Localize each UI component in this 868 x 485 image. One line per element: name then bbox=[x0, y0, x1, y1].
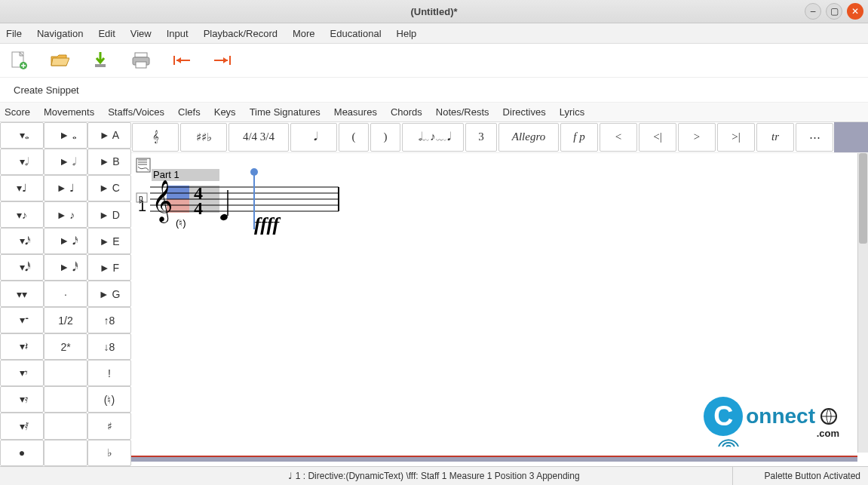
new-file-icon[interactable] bbox=[9, 51, 29, 70]
svg-point-26 bbox=[219, 213, 229, 221]
palette-btn[interactable]: ► ♩ bbox=[44, 175, 87, 201]
print-icon[interactable] bbox=[131, 51, 151, 70]
tool-button-10[interactable]: < bbox=[600, 123, 637, 152]
palette-btn[interactable]: ► D bbox=[87, 201, 131, 228]
palette-btn[interactable]: ► E bbox=[87, 228, 131, 254]
palette-btn[interactable] bbox=[44, 413, 87, 439]
create-snippet-button[interactable]: Create Snippet bbox=[14, 84, 79, 96]
tool-button-2[interactable]: 4/4 3/4 bbox=[229, 123, 289, 152]
palette-btn[interactable]: ! bbox=[87, 360, 131, 386]
tab-lyrics[interactable]: Lyrics bbox=[560, 106, 584, 118]
tool-button-7[interactable]: 3 bbox=[465, 123, 497, 152]
palette-btn[interactable]: ▾𝄾 bbox=[0, 360, 44, 386]
tool-button-11[interactable]: <| bbox=[639, 123, 676, 152]
menu-edit[interactable]: Edit bbox=[98, 28, 115, 39]
horizontal-scrollbar[interactable] bbox=[131, 457, 857, 462]
palette-btn[interactable]: · bbox=[44, 281, 87, 307]
menu-playback[interactable]: Playback/Record bbox=[204, 28, 278, 39]
palette-btn[interactable]: 1/2 bbox=[44, 307, 87, 333]
goto-end-icon[interactable] bbox=[213, 51, 232, 70]
palette-btn[interactable] bbox=[44, 386, 87, 413]
duration-palette: ▾𝅝 ▾𝅗𝅥 ▾♩ ▾♪ ▾𝅘𝅥𝅯 ▾𝅘𝅥𝅰 ▾▾ ▾𝄼 ▾𝄽 ▾𝄾 ▾𝄿 ▾𝅀… bbox=[0, 122, 44, 466]
menu-bar: File Navigation Edit View Input Playback… bbox=[0, 23, 868, 44]
tool-button-12[interactable]: > bbox=[678, 123, 716, 152]
insert-palette: ► 𝅝 ► 𝅗𝅥 ► ♩ ► ♪ ► 𝅘𝅥𝅯 ► 𝅘𝅥𝅰 · 1/2 2* bbox=[44, 122, 87, 466]
open-folder-icon[interactable] bbox=[50, 51, 69, 70]
palette-btn[interactable]: 2* bbox=[44, 333, 87, 360]
palette-btn[interactable]: ► 𝅗𝅥 bbox=[44, 149, 87, 175]
tab-chords[interactable]: Chords bbox=[391, 106, 422, 118]
palette-btn[interactable]: ▾♪ bbox=[0, 201, 44, 228]
tool-button-15[interactable]: ⋯ bbox=[796, 123, 833, 152]
palette-btn[interactable]: ► B bbox=[87, 149, 131, 175]
menu-file[interactable]: File bbox=[6, 28, 22, 39]
palette-btn[interactable] bbox=[44, 360, 87, 386]
palette-btn[interactable]: ▾𝅘𝅥𝅰 bbox=[0, 254, 44, 281]
palette-btn[interactable]: ► ♪ bbox=[44, 201, 87, 228]
tab-movements[interactable]: Movements bbox=[44, 106, 94, 118]
score-canvas[interactable]: Part 1 1 p bbox=[131, 152, 868, 466]
tool-button-6[interactable]: 𝅗𝅥﹏♪﹏𝅘𝅥 bbox=[402, 123, 464, 152]
palette-btn[interactable]: ▾𝄼 bbox=[0, 307, 44, 333]
palette-btn[interactable]: ▾𝅘𝅥𝅯 bbox=[0, 228, 44, 254]
tab-timesig[interactable]: Time Signatures bbox=[250, 106, 321, 118]
tool-button-8[interactable]: Allegro bbox=[498, 123, 559, 152]
svg-text:(♮): (♮) bbox=[176, 217, 186, 229]
minimize-button[interactable]: – bbox=[805, 3, 821, 20]
menu-input[interactable]: Input bbox=[167, 28, 189, 39]
palette-btn[interactable]: (♮) bbox=[87, 386, 131, 413]
logo-tld: .com bbox=[817, 428, 839, 439]
tab-clefs[interactable]: Clefs bbox=[178, 106, 201, 118]
tool-button-1[interactable]: ♯♯♭ bbox=[180, 123, 227, 152]
palette-btn[interactable]: ► 𝅘𝅥𝅰 bbox=[44, 254, 87, 281]
palette-btn[interactable]: ↓8 bbox=[87, 333, 131, 360]
palette-btn[interactable]: ♭ bbox=[87, 440, 131, 466]
palette-btn[interactable]: ▾𝅗𝅥 bbox=[0, 149, 44, 175]
content-pane: 𝄞♯♯♭4/4 3/4𝅘𝅥()𝅗𝅥﹏♪﹏𝅘𝅥3Allegrof p<<|>>|t… bbox=[131, 122, 868, 466]
close-button[interactable]: ✕ bbox=[847, 3, 863, 20]
palette-btn[interactable]: ► 𝅝 bbox=[44, 122, 87, 149]
goto-start-icon[interactable] bbox=[172, 51, 192, 70]
svg-rect-3 bbox=[135, 53, 147, 57]
menu-help[interactable]: Help bbox=[397, 28, 417, 39]
tool-button-4[interactable]: ( bbox=[339, 123, 369, 152]
palette-btn[interactable]: ► A bbox=[87, 122, 131, 149]
tool-button-3[interactable]: 𝅘𝅥 bbox=[290, 123, 337, 152]
tool-button-13[interactable]: >| bbox=[717, 123, 755, 152]
palette-btn[interactable]: ► 𝅘𝅥𝅯 bbox=[44, 228, 87, 254]
palette-btn[interactable]: ▾𝅀 bbox=[0, 413, 44, 439]
tool-button-14[interactable]: tr bbox=[756, 123, 794, 152]
watermark-logo: C onnect .com bbox=[704, 397, 838, 436]
tab-directives[interactable]: Directives bbox=[503, 106, 546, 118]
menu-view[interactable]: View bbox=[130, 28, 152, 39]
palette-btn[interactable]: ♯ bbox=[87, 413, 131, 439]
palette-btn[interactable]: ▾♩ bbox=[0, 175, 44, 201]
score-render: Part 1 1 p bbox=[135, 157, 361, 247]
menu-more[interactable]: More bbox=[293, 28, 315, 39]
tab-keys[interactable]: Keys bbox=[214, 106, 236, 118]
tool-button-9[interactable]: f p bbox=[560, 123, 598, 152]
palette-btn[interactable]: ► C bbox=[87, 175, 131, 201]
palette-btn[interactable]: ↑8 bbox=[87, 307, 131, 333]
menu-navigation[interactable]: Navigation bbox=[37, 28, 83, 39]
tab-notes[interactable]: Notes/Rests bbox=[436, 106, 489, 118]
palette-btn[interactable]: ► G bbox=[87, 281, 131, 307]
scrollbar-thumb[interactable] bbox=[859, 153, 867, 244]
menu-educational[interactable]: Educational bbox=[330, 28, 382, 39]
maximize-button[interactable]: ▢ bbox=[826, 3, 842, 20]
palette-btn[interactable]: ► F bbox=[87, 254, 131, 281]
palette-btn[interactable]: ● bbox=[0, 440, 44, 466]
palette-btn[interactable] bbox=[44, 440, 87, 466]
tab-staffs[interactable]: Staffs/Voices bbox=[108, 106, 164, 118]
tool-button-0[interactable]: 𝄞 bbox=[132, 123, 179, 152]
logo-text: onnect bbox=[746, 404, 815, 428]
palette-btn[interactable]: ▾𝄽 bbox=[0, 333, 44, 360]
download-icon[interactable] bbox=[90, 51, 110, 70]
tab-score[interactable]: Score bbox=[5, 106, 30, 118]
tool-button-5[interactable]: ) bbox=[370, 123, 400, 152]
palette-btn[interactable]: ▾𝅝 bbox=[0, 122, 44, 149]
palette-btn[interactable]: ▾𝄿 bbox=[0, 386, 44, 413]
vertical-scrollbar[interactable] bbox=[857, 153, 868, 453]
tab-measures[interactable]: Measures bbox=[334, 106, 377, 118]
palette-btn[interactable]: ▾▾ bbox=[0, 281, 44, 307]
